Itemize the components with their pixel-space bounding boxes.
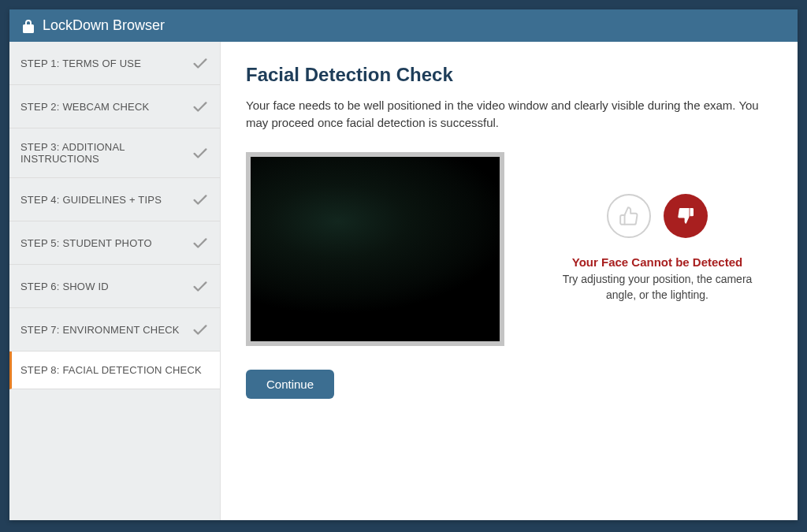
- sidebar-item-label: STEP 8: FACIAL DETECTION CHECK: [20, 364, 202, 376]
- webcam-preview: [246, 152, 504, 346]
- sidebar-item-step4[interactable]: STEP 4: GUIDELINES + TIPS: [9, 178, 220, 221]
- sidebar-item-step6[interactable]: STEP 6: SHOW ID: [9, 265, 220, 308]
- sidebar-item-label: STEP 3: ADDITIONAL INSTRUCTIONS: [20, 141, 192, 165]
- sidebar-item-label: STEP 1: TERMS OF USE: [20, 58, 141, 69]
- checkmark-icon: [192, 98, 209, 115]
- page-title: Facial Detection Check: [246, 64, 772, 86]
- content-area: Facial Detection Check Your face needs t…: [221, 42, 798, 520]
- sidebar-item-step8[interactable]: STEP 8: FACIAL DETECTION CHECK: [9, 352, 220, 389]
- sidebar-item-step3[interactable]: STEP 3: ADDITIONAL INSTRUCTIONS: [9, 128, 220, 178]
- sidebar-item-label: STEP 6: SHOW ID: [20, 281, 109, 292]
- actions-row: Continue: [246, 370, 772, 399]
- status-heading: Your Face Cannot be Detected: [551, 255, 764, 269]
- sidebar: STEP 1: TERMS OF USE STEP 2: WEBCAM CHEC…: [9, 42, 221, 520]
- thumbs-down-icon: [664, 194, 708, 238]
- sidebar-item-step5[interactable]: STEP 5: STUDENT PHOTO: [9, 221, 220, 265]
- main-body: STEP 1: TERMS OF USE STEP 2: WEBCAM CHEC…: [9, 42, 798, 520]
- sidebar-item-label: STEP 4: GUIDELINES + TIPS: [20, 194, 162, 206]
- sidebar-item-label: STEP 7: ENVIRONMENT CHECK: [20, 324, 180, 336]
- sidebar-item-step7[interactable]: STEP 7: ENVIRONMENT CHECK: [9, 308, 220, 352]
- checkmark-icon: [192, 191, 209, 208]
- checkmark-icon: [192, 234, 209, 251]
- lock-icon: [22, 19, 35, 33]
- sidebar-item-label: STEP 2: WEBCAM CHECK: [20, 101, 149, 113]
- status-text: Try adjusting your position, the camera …: [551, 272, 764, 303]
- app-title: LockDown Browser: [43, 17, 165, 34]
- sidebar-item-step1[interactable]: STEP 1: TERMS OF USE: [9, 42, 220, 85]
- checkmark-icon: [192, 144, 209, 162]
- page-description: Your face needs to be well positioned in…: [246, 97, 772, 132]
- media-row: Your Face Cannot be Detected Try adjusti…: [246, 152, 772, 346]
- app-window: LockDown Browser STEP 1: TERMS OF USE ST…: [9, 9, 798, 520]
- checkmark-icon: [192, 277, 209, 295]
- checkmark-icon: [192, 321, 209, 338]
- titlebar: LockDown Browser: [9, 9, 798, 42]
- thumbs-row: [551, 194, 764, 238]
- continue-button[interactable]: Continue: [246, 370, 334, 399]
- detection-status-panel: Your Face Cannot be Detected Try adjusti…: [551, 194, 764, 303]
- sidebar-item-label: STEP 5: STUDENT PHOTO: [20, 237, 152, 249]
- checkmark-icon: [192, 54, 209, 72]
- thumbs-up-icon: [607, 194, 651, 238]
- sidebar-item-step2[interactable]: STEP 2: WEBCAM CHECK: [9, 85, 220, 128]
